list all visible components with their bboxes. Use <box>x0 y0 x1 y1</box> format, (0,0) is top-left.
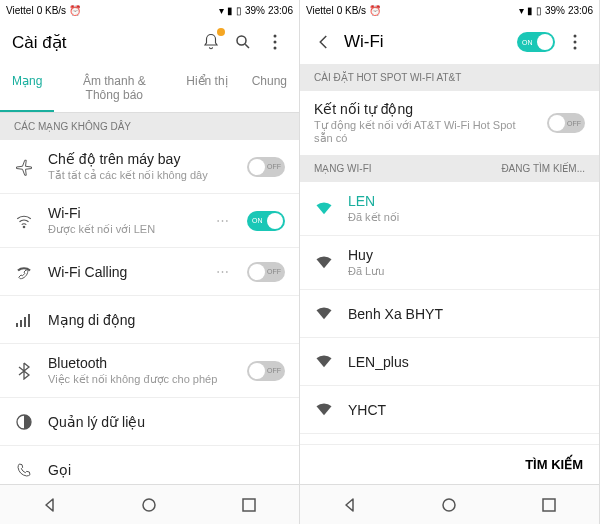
auto-connect-row[interactable]: Kết nối tự động Tự động kết nối với AT&T… <box>300 91 599 155</box>
network-row[interactable]: LEN Đã kết nối <box>300 182 599 236</box>
svg-point-1 <box>274 35 277 38</box>
clock: 23:06 <box>568 5 593 16</box>
home-button[interactable] <box>138 494 160 516</box>
bluetooth-icon <box>14 362 34 380</box>
searching-label: ĐANG TÌM KIẾM... <box>501 163 585 174</box>
network-name: LEN <box>348 193 585 209</box>
signal-icon: ▮ <box>227 5 233 16</box>
network-row[interactable]: Huy Đã Lưu <box>300 236 599 290</box>
battery-pct: 39% <box>245 5 265 16</box>
header: Wi-Fi ON <box>300 20 599 64</box>
call-title: Gọi <box>48 462 285 478</box>
bluetooth-title: Bluetooth <box>48 355 233 371</box>
wifi-signal-icon <box>314 256 334 270</box>
wifi-calling-toggle[interactable]: OFF <box>247 262 285 282</box>
alarm-icon: ⏰ <box>69 5 81 16</box>
wifi-calling-title: Wi-Fi Calling <box>48 264 202 280</box>
recent-button[interactable] <box>238 494 260 516</box>
tab-sound[interactable]: Âm thanh & Thông báo <box>54 64 174 112</box>
tab-display[interactable]: Hiển thị <box>174 64 239 112</box>
search-icon[interactable] <box>231 30 255 54</box>
recent-button[interactable] <box>538 494 560 516</box>
svg-point-4 <box>23 226 25 228</box>
network-status: Đã Lưu <box>348 265 585 278</box>
back-icon[interactable] <box>312 30 336 54</box>
page-title: Cài đặt <box>12 32 191 53</box>
wifi-row[interactable]: Wi-Fi Được kết nối với LEN ⋯ ON <box>0 194 299 248</box>
svg-rect-7 <box>24 317 26 327</box>
auto-connect-toggle[interactable]: OFF <box>547 113 585 133</box>
svg-rect-14 <box>243 499 255 511</box>
mobile-row[interactable]: Mạng di động <box>0 296 299 344</box>
tab-general[interactable]: Chung <box>240 64 299 112</box>
more-dots: ⋯ <box>216 264 229 279</box>
network-name: YHCT <box>348 402 585 418</box>
header: Cài đặt <box>0 20 299 64</box>
airplane-title: Chế độ trên máy bay <box>48 151 233 167</box>
svg-rect-8 <box>28 314 30 327</box>
airplane-toggle[interactable]: OFF <box>247 157 285 177</box>
clock: 23:06 <box>268 5 293 16</box>
battery-pct: 39% <box>545 5 565 16</box>
network-name: LEN_plus <box>348 354 585 370</box>
wifi-screen: Viettel 0 KB/s ⏰ ▾ ▮ ▯ 39% 23:06 Wi-Fi O… <box>300 0 600 524</box>
wifi-master-toggle[interactable]: ON <box>517 32 555 52</box>
call-row[interactable]: Gọi <box>0 446 299 484</box>
wifi-icon: ▾ <box>219 5 224 16</box>
nav-bar <box>0 484 299 524</box>
wifi-icon <box>14 212 34 230</box>
alarm-icon: ⏰ <box>369 5 381 16</box>
network-row[interactable]: Benh Xa BHYT <box>300 290 599 338</box>
wifi-calling-icon <box>14 263 34 281</box>
networks-section-header: MẠNG WI-FI ĐANG TÌM KIẾM... <box>300 155 599 182</box>
bell-icon[interactable] <box>199 30 223 54</box>
search-action[interactable]: TÌM KIẾM <box>300 444 599 484</box>
phone-icon <box>14 462 34 478</box>
bluetooth-toggle[interactable]: OFF <box>247 361 285 381</box>
networks-label: MẠNG WI-FI <box>314 163 372 174</box>
battery-icon: ▯ <box>536 5 542 16</box>
airplane-icon <box>14 158 34 176</box>
auto-connect-sub: Tự động kết nối với AT&T Wi-Fi Hot Spot … <box>314 119 537 145</box>
overflow-icon[interactable] <box>563 30 587 54</box>
status-bar: Viettel 0 KB/s ⏰ ▾ ▮ ▯ 39% 23:06 <box>0 0 299 20</box>
wireless-section-header: CÁC MẠNG KHÔNG DÂY <box>0 113 299 140</box>
airplane-row[interactable]: Chế độ trên máy bay Tắt tất cả các kết n… <box>0 140 299 194</box>
network-row[interactable]: LEN_plus <box>300 338 599 386</box>
svg-point-17 <box>574 47 577 50</box>
svg-point-13 <box>143 499 155 511</box>
settings-screen: Viettel 0 KB/s ⏰ ▾ ▮ ▯ 39% 23:06 Cài đặt… <box>0 0 300 524</box>
wifi-title: Wi-Fi <box>48 205 202 221</box>
signal-icon: ▮ <box>527 5 533 16</box>
wifi-icon: ▾ <box>519 5 524 16</box>
network-name: Benh Xa BHYT <box>348 306 585 322</box>
wifi-sub: Được kết nối với LEN <box>48 223 202 236</box>
svg-rect-6 <box>20 320 22 327</box>
carrier: Viettel <box>306 5 334 16</box>
bluetooth-row[interactable]: Bluetooth Việc kết nối không được cho ph… <box>0 344 299 398</box>
nav-bar <box>300 484 599 524</box>
wifi-calling-row[interactable]: Wi-Fi Calling ⋯ OFF <box>0 248 299 296</box>
wifi-signal-icon <box>314 202 334 216</box>
svg-rect-19 <box>543 499 555 511</box>
data-manager-row[interactable]: Quản lý dữ liệu <box>0 398 299 446</box>
back-button[interactable] <box>339 494 361 516</box>
mobile-title: Mạng di động <box>48 312 285 328</box>
wifi-toggle[interactable]: ON <box>247 211 285 231</box>
data-rate: 0 KB/s <box>37 5 66 16</box>
data-rate: 0 KB/s <box>337 5 366 16</box>
airplane-sub: Tắt tất cả các kết nối không dây <box>48 169 233 182</box>
carrier: Viettel <box>6 5 34 16</box>
tab-network[interactable]: Mạng <box>0 64 54 112</box>
overflow-icon[interactable] <box>263 30 287 54</box>
back-button[interactable] <box>39 494 61 516</box>
home-button[interactable] <box>438 494 460 516</box>
svg-point-18 <box>443 499 455 511</box>
battery-icon: ▯ <box>236 5 242 16</box>
network-status: Đã kết nối <box>348 211 585 224</box>
more-dots: ⋯ <box>216 213 229 228</box>
svg-point-0 <box>237 36 246 45</box>
bluetooth-sub: Việc kết nối không được cho phép <box>48 373 233 386</box>
svg-point-2 <box>274 41 277 44</box>
network-row[interactable]: YHCT <box>300 386 599 434</box>
